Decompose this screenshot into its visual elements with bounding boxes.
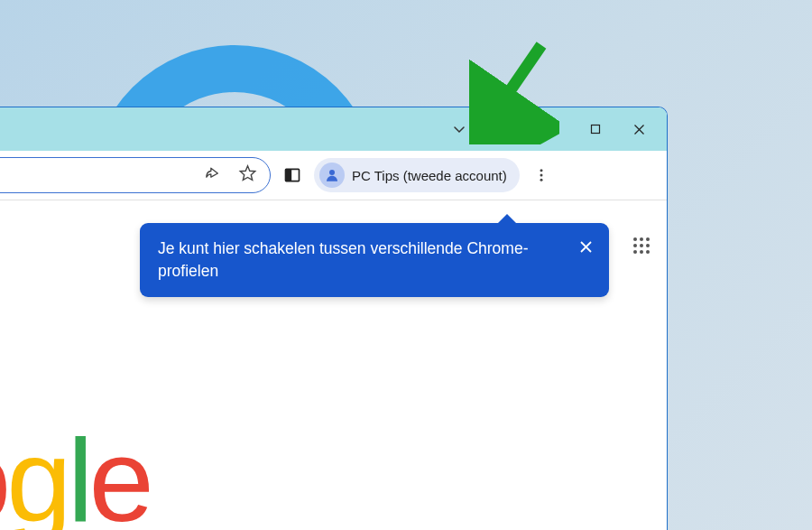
side-panel-button[interactable] — [276, 159, 309, 191]
tooltip-text: Je kunt hier schakelen tussen verschille… — [158, 239, 528, 280]
window-titlebar — [0, 107, 667, 151]
svg-point-15 — [646, 244, 650, 247]
tab-search-button[interactable] — [443, 113, 475, 145]
share-button[interactable] — [206, 164, 224, 186]
svg-point-12 — [646, 237, 650, 241]
svg-point-14 — [640, 244, 643, 247]
avatar — [319, 163, 345, 188]
browser-toolbar: PC Tips (tweede account) — [0, 151, 667, 200]
google-apps-button[interactable] — [632, 237, 651, 258]
google-logo: ogle — [0, 413, 150, 530]
svg-point-18 — [646, 250, 650, 254]
tooltip-arrow — [496, 214, 518, 225]
svg-point-13 — [633, 244, 637, 247]
logo-char: g — [6, 414, 67, 530]
svg-rect-1 — [592, 126, 600, 134]
profile-button[interactable]: PC Tips (tweede account) — [314, 158, 520, 192]
svg-point-17 — [640, 250, 643, 254]
chrome-window: PC Tips (tweede account) Je kunt hier sc… — [0, 107, 668, 530]
kebab-menu-icon — [533, 167, 549, 183]
svg-point-6 — [329, 170, 335, 175]
svg-point-8 — [540, 174, 542, 177]
apps-grid-icon — [632, 237, 651, 255]
maximize-button[interactable] — [575, 111, 616, 147]
svg-rect-5 — [286, 169, 292, 181]
person-icon — [324, 167, 340, 183]
svg-point-11 — [640, 237, 643, 241]
address-bar[interactable] — [0, 157, 271, 193]
maximize-icon — [590, 124, 601, 135]
chevron-down-icon — [452, 122, 466, 136]
profile-tooltip: Je kunt hier schakelen tussen verschille… — [140, 223, 609, 297]
profile-name-label: PC Tips (tweede account) — [352, 168, 507, 183]
minimize-button[interactable] — [531, 111, 573, 147]
logo-char: l — [68, 414, 89, 530]
page-content: Je kunt hier schakelen tussen verschille… — [0, 200, 667, 530]
star-icon — [238, 164, 257, 183]
tooltip-close-button[interactable] — [575, 236, 596, 257]
close-icon — [633, 124, 645, 135]
bookmark-button[interactable] — [238, 164, 257, 187]
svg-point-9 — [540, 179, 542, 181]
svg-point-16 — [633, 250, 637, 254]
chrome-menu-button[interactable] — [525, 159, 558, 191]
share-icon — [206, 164, 224, 182]
close-icon — [579, 240, 593, 254]
logo-char: e — [89, 414, 150, 530]
svg-point-7 — [540, 169, 542, 172]
svg-point-10 — [633, 237, 637, 241]
minimize-icon — [547, 124, 558, 135]
close-window-button[interactable] — [618, 111, 660, 147]
side-panel-icon — [283, 166, 301, 184]
